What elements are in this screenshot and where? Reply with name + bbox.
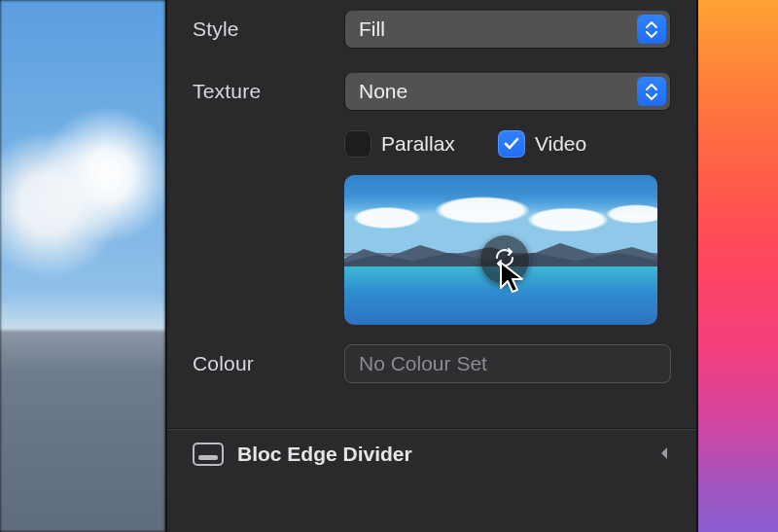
checkbox-box-checked: [498, 130, 525, 158]
parallax-checkbox-label: Parallax: [381, 132, 455, 156]
inspector-panel: Style Fill Texture None Parallax: [165, 0, 698, 532]
colour-label: Colour: [193, 352, 344, 375]
cursor-icon: [495, 259, 534, 298]
desktop-wallpaper-right: [698, 0, 778, 532]
colour-well[interactable]: No Colour Set: [344, 344, 671, 383]
video-checkbox[interactable]: Video: [498, 130, 586, 158]
texture-label: Texture: [193, 80, 344, 103]
style-label: Style: [193, 18, 344, 41]
style-select[interactable]: Fill: [344, 10, 671, 49]
colour-well-placeholder: No Colour Set: [359, 352, 487, 375]
checkbox-box: [344, 130, 371, 158]
parallax-checkbox[interactable]: Parallax: [344, 130, 455, 158]
background-video-thumbnail[interactable]: [344, 175, 657, 325]
section-bloc-edge-divider[interactable]: Bloc Edge Divider: [167, 429, 696, 466]
bloc-edge-divider-icon: [193, 443, 224, 466]
texture-select-value: None: [345, 80, 407, 103]
desktop-wallpaper-left: [0, 0, 165, 532]
thumbnail-clouds: [344, 185, 657, 241]
chevron-left-icon: [657, 443, 671, 466]
chevrons-up-down-icon: [637, 15, 666, 44]
video-checkbox-label: Video: [535, 132, 586, 156]
style-select-value: Fill: [345, 18, 385, 41]
texture-select[interactable]: None: [344, 72, 671, 111]
chevrons-up-down-icon: [637, 77, 666, 106]
section-title: Bloc Edge Divider: [237, 443, 644, 466]
